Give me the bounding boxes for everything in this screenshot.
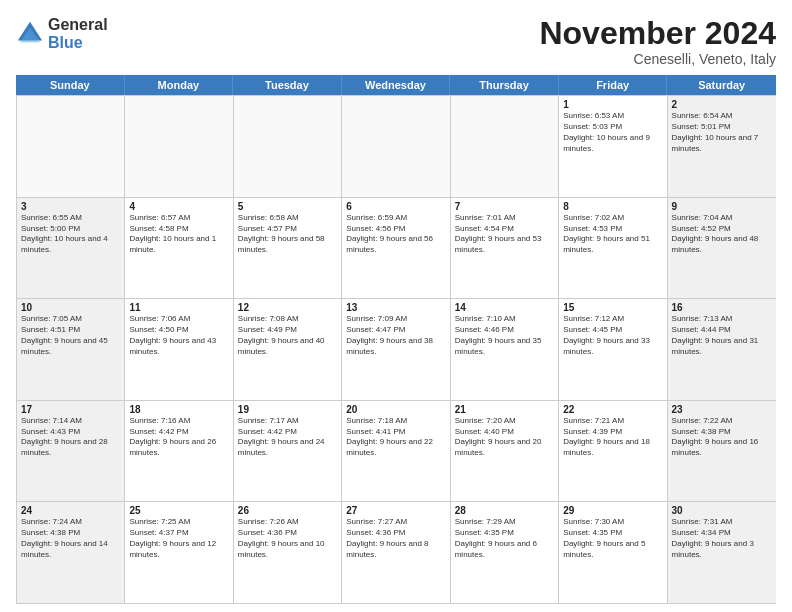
calendar-cell [234,96,342,197]
calendar-cell: 2Sunrise: 6:54 AMSunset: 5:01 PMDaylight… [668,96,776,197]
week-row-3: 10Sunrise: 7:05 AMSunset: 4:51 PMDayligh… [17,298,776,400]
day-number: 29 [563,505,662,516]
calendar-cell: 27Sunrise: 7:27 AMSunset: 4:36 PMDayligh… [342,502,450,603]
calendar-cell: 17Sunrise: 7:14 AMSunset: 4:43 PMDayligh… [17,401,125,502]
day-number: 6 [346,201,445,212]
day-info: Sunrise: 7:13 AMSunset: 4:44 PMDaylight:… [672,314,772,357]
day-number: 16 [672,302,772,313]
calendar-cell: 25Sunrise: 7:25 AMSunset: 4:37 PMDayligh… [125,502,233,603]
day-number: 28 [455,505,554,516]
day-info: Sunrise: 6:54 AMSunset: 5:01 PMDaylight:… [672,111,772,154]
header-day-friday: Friday [559,75,668,95]
day-number: 13 [346,302,445,313]
day-info: Sunrise: 7:14 AMSunset: 4:43 PMDaylight:… [21,416,120,459]
header-day-tuesday: Tuesday [233,75,342,95]
calendar-cell: 19Sunrise: 7:17 AMSunset: 4:42 PMDayligh… [234,401,342,502]
calendar-cell: 24Sunrise: 7:24 AMSunset: 4:38 PMDayligh… [17,502,125,603]
calendar-cell: 26Sunrise: 7:26 AMSunset: 4:36 PMDayligh… [234,502,342,603]
day-info: Sunrise: 7:05 AMSunset: 4:51 PMDaylight:… [21,314,120,357]
day-number: 21 [455,404,554,415]
header-day-monday: Monday [125,75,234,95]
day-info: Sunrise: 7:10 AMSunset: 4:46 PMDaylight:… [455,314,554,357]
day-info: Sunrise: 7:08 AMSunset: 4:49 PMDaylight:… [238,314,337,357]
page: General Blue November 2024 Ceneselli, Ve… [0,0,792,612]
day-number: 25 [129,505,228,516]
calendar-cell: 30Sunrise: 7:31 AMSunset: 4:34 PMDayligh… [668,502,776,603]
calendar-cell: 22Sunrise: 7:21 AMSunset: 4:39 PMDayligh… [559,401,667,502]
calendar-cell: 18Sunrise: 7:16 AMSunset: 4:42 PMDayligh… [125,401,233,502]
day-info: Sunrise: 7:31 AMSunset: 4:34 PMDaylight:… [672,517,772,560]
day-info: Sunrise: 7:16 AMSunset: 4:42 PMDaylight:… [129,416,228,459]
day-number: 18 [129,404,228,415]
day-number: 26 [238,505,337,516]
day-number: 5 [238,201,337,212]
calendar-body: 1Sunrise: 6:53 AMSunset: 5:03 PMDaylight… [16,95,776,604]
logo-text: General Blue [48,16,108,51]
calendar-cell: 14Sunrise: 7:10 AMSunset: 4:46 PMDayligh… [451,299,559,400]
calendar-cell [342,96,450,197]
day-info: Sunrise: 7:29 AMSunset: 4:35 PMDaylight:… [455,517,554,560]
logo-icon [16,20,44,48]
week-row-4: 17Sunrise: 7:14 AMSunset: 4:43 PMDayligh… [17,400,776,502]
calendar-cell: 11Sunrise: 7:06 AMSunset: 4:50 PMDayligh… [125,299,233,400]
day-info: Sunrise: 7:12 AMSunset: 4:45 PMDaylight:… [563,314,662,357]
day-number: 8 [563,201,662,212]
calendar-cell: 4Sunrise: 6:57 AMSunset: 4:58 PMDaylight… [125,198,233,299]
title-block: November 2024 Ceneselli, Veneto, Italy [539,16,776,67]
calendar-cell: 12Sunrise: 7:08 AMSunset: 4:49 PMDayligh… [234,299,342,400]
day-number: 30 [672,505,772,516]
logo-general-text: General [48,16,108,34]
week-row-2: 3Sunrise: 6:55 AMSunset: 5:00 PMDaylight… [17,197,776,299]
calendar-cell [451,96,559,197]
calendar-cell: 28Sunrise: 7:29 AMSunset: 4:35 PMDayligh… [451,502,559,603]
logo: General Blue [16,16,108,51]
day-info: Sunrise: 7:01 AMSunset: 4:54 PMDaylight:… [455,213,554,256]
calendar-cell: 20Sunrise: 7:18 AMSunset: 4:41 PMDayligh… [342,401,450,502]
day-number: 20 [346,404,445,415]
day-info: Sunrise: 7:22 AMSunset: 4:38 PMDaylight:… [672,416,772,459]
calendar-cell: 3Sunrise: 6:55 AMSunset: 5:00 PMDaylight… [17,198,125,299]
day-number: 19 [238,404,337,415]
day-info: Sunrise: 6:53 AMSunset: 5:03 PMDaylight:… [563,111,662,154]
day-number: 27 [346,505,445,516]
calendar-cell [125,96,233,197]
calendar-cell: 13Sunrise: 7:09 AMSunset: 4:47 PMDayligh… [342,299,450,400]
header-day-sunday: Sunday [16,75,125,95]
day-info: Sunrise: 7:04 AMSunset: 4:52 PMDaylight:… [672,213,772,256]
day-info: Sunrise: 7:06 AMSunset: 4:50 PMDaylight:… [129,314,228,357]
header-day-thursday: Thursday [450,75,559,95]
day-number: 9 [672,201,772,212]
day-info: Sunrise: 7:18 AMSunset: 4:41 PMDaylight:… [346,416,445,459]
calendar-cell: 7Sunrise: 7:01 AMSunset: 4:54 PMDaylight… [451,198,559,299]
calendar-cell [17,96,125,197]
calendar-cell: 1Sunrise: 6:53 AMSunset: 5:03 PMDaylight… [559,96,667,197]
day-info: Sunrise: 7:24 AMSunset: 4:38 PMDaylight:… [21,517,120,560]
header: General Blue November 2024 Ceneselli, Ve… [16,16,776,67]
day-number: 10 [21,302,120,313]
calendar-cell: 10Sunrise: 7:05 AMSunset: 4:51 PMDayligh… [17,299,125,400]
week-row-1: 1Sunrise: 6:53 AMSunset: 5:03 PMDaylight… [17,95,776,197]
day-info: Sunrise: 7:17 AMSunset: 4:42 PMDaylight:… [238,416,337,459]
day-number: 15 [563,302,662,313]
location: Ceneselli, Veneto, Italy [539,51,776,67]
day-number: 17 [21,404,120,415]
day-info: Sunrise: 6:57 AMSunset: 4:58 PMDaylight:… [129,213,228,256]
calendar: SundayMondayTuesdayWednesdayThursdayFrid… [16,75,776,604]
day-number: 1 [563,99,662,110]
day-number: 23 [672,404,772,415]
calendar-cell: 6Sunrise: 6:59 AMSunset: 4:56 PMDaylight… [342,198,450,299]
day-info: Sunrise: 7:20 AMSunset: 4:40 PMDaylight:… [455,416,554,459]
calendar-cell: 29Sunrise: 7:30 AMSunset: 4:35 PMDayligh… [559,502,667,603]
day-number: 2 [672,99,772,110]
calendar-cell: 21Sunrise: 7:20 AMSunset: 4:40 PMDayligh… [451,401,559,502]
calendar-cell: 16Sunrise: 7:13 AMSunset: 4:44 PMDayligh… [668,299,776,400]
logo-blue-text: Blue [48,34,108,52]
calendar-cell: 23Sunrise: 7:22 AMSunset: 4:38 PMDayligh… [668,401,776,502]
day-number: 24 [21,505,120,516]
day-info: Sunrise: 7:09 AMSunset: 4:47 PMDaylight:… [346,314,445,357]
day-info: Sunrise: 7:30 AMSunset: 4:35 PMDaylight:… [563,517,662,560]
day-info: Sunrise: 6:55 AMSunset: 5:00 PMDaylight:… [21,213,120,256]
header-day-wednesday: Wednesday [342,75,451,95]
day-number: 3 [21,201,120,212]
day-number: 12 [238,302,337,313]
